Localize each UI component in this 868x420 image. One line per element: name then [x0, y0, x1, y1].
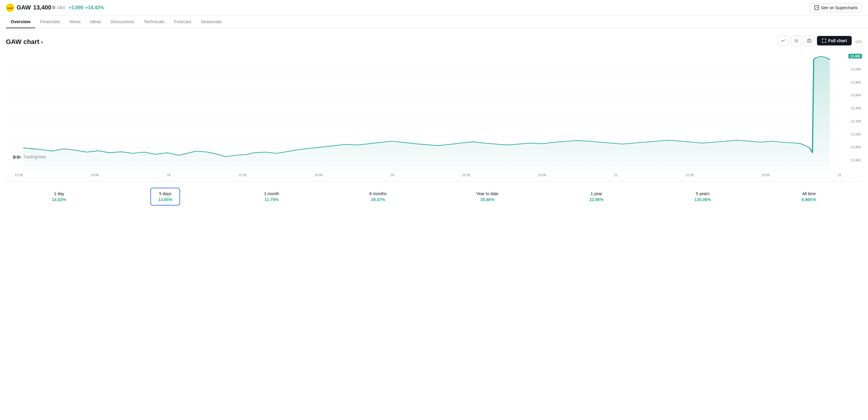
ticker-price: 13,400: [33, 4, 51, 11]
x-label-1230-2: 12:30: [462, 173, 470, 177]
x-label-21: 21: [614, 173, 618, 177]
svg-rect-6: [807, 39, 811, 43]
svg-point-7: [808, 40, 810, 42]
supercharts-icon: [814, 5, 819, 10]
header: GAW GAW 13,400 D GBX +1,690 +14.43% See …: [0, 0, 868, 16]
camera-button[interactable]: [804, 35, 815, 46]
ticker-currency: GBX: [57, 5, 65, 10]
tv-name-text: TradingView: [23, 155, 46, 159]
x-label-1230-3: 12:30: [686, 173, 694, 177]
chart-svg: [6, 53, 841, 172]
ticker-change-pct: +14.43%: [85, 5, 104, 10]
period-5years[interactable]: 5 years 135.06%: [688, 188, 718, 205]
indicator-icon: [794, 38, 799, 44]
expand-icon: [822, 38, 827, 43]
period-ytd[interactable]: Year to date 35.46%: [470, 188, 505, 205]
period-1day-change: 14.52%: [52, 197, 66, 202]
svg-text:GAW: GAW: [7, 7, 13, 9]
period-alltime-label: All time: [802, 191, 816, 196]
line-chart-button[interactable]: [778, 35, 788, 46]
period-5days-label: 5 days: [159, 191, 172, 196]
period-6months-change: 39.47%: [371, 197, 385, 202]
x-label-1500-4: 15:00: [762, 173, 770, 177]
x-label-20: 20: [391, 173, 394, 177]
period-6months-label: 6 months: [370, 191, 387, 196]
tv-logo-text: ▶▶: [13, 153, 21, 160]
ticker-symbol: GAW: [17, 4, 31, 11]
nav-tabs: Overview Financials News Ideas Discussio…: [0, 16, 868, 28]
full-chart-button[interactable]: Full chart: [817, 36, 852, 46]
period-ytd-label: Year to date: [476, 191, 498, 196]
chart-title-arrow[interactable]: ›: [41, 39, 43, 45]
y-label-12800: 12,800: [841, 81, 862, 84]
period-1day-label: 1 day: [54, 191, 64, 196]
period-6months[interactable]: 6 months 39.47%: [363, 188, 393, 205]
indicator-button[interactable]: [791, 35, 802, 46]
y-axis: 13,400 13,200 13,000 12,800 12,600 12,40…: [841, 53, 862, 163]
tab-news[interactable]: News: [65, 16, 86, 28]
tab-overview[interactable]: Overview: [6, 16, 35, 28]
chart-header: GAW chart ›: [6, 35, 862, 49]
tradingview-watermark: ▶▶ TradingView: [13, 153, 46, 160]
ticker-change: +1,690: [69, 5, 83, 10]
tab-discussions[interactable]: Discussions: [105, 16, 139, 28]
chart-title: GAW chart ›: [6, 38, 43, 46]
supercharts-button[interactable]: See on Supercharts: [810, 3, 862, 12]
period-1day[interactable]: 1 day 14.52%: [44, 188, 74, 205]
y-label-13000: 13,000: [841, 67, 862, 71]
period-ytd-change: 35.46%: [480, 197, 494, 202]
y-label-11600: 11,600: [841, 158, 862, 162]
period-alltime[interactable]: All time 6.96K%: [794, 188, 824, 205]
period-1year[interactable]: 1 year 22.95%: [582, 188, 611, 205]
y-label-12400: 12,400: [841, 106, 862, 110]
x-label-1230-1: 12:30: [239, 173, 247, 177]
line-chart-icon: [780, 38, 786, 44]
period-1month-label: 1 month: [264, 191, 279, 196]
currency-badge: D: [52, 6, 56, 9]
tab-technicals[interactable]: Technicals: [139, 16, 169, 28]
embed-icon[interactable]: </>: [855, 39, 862, 45]
period-5years-label: 5 years: [696, 191, 710, 196]
tab-forecast[interactable]: Forecast: [169, 16, 196, 28]
tab-financials[interactable]: Financials: [35, 16, 65, 28]
period-buttons: 1 day 14.52% 5 days 13.65% 1 month 11.75…: [6, 181, 862, 208]
chart-section: GAW chart ›: [6, 35, 862, 208]
period-alltime-change: 6.96K%: [802, 197, 816, 202]
period-1month[interactable]: 1 month 11.75%: [257, 188, 286, 205]
y-label-11800: 11,800: [841, 145, 862, 149]
period-5days-change: 13.65%: [158, 197, 173, 202]
period-1year-change: 22.95%: [589, 197, 603, 202]
period-1year-label: 1 year: [591, 191, 602, 196]
x-label-1500-1: 15:00: [91, 173, 99, 177]
chart-toolbar: Full chart: [778, 35, 852, 46]
camera-icon: [807, 38, 812, 44]
period-5days[interactable]: 5 days 13.65%: [150, 188, 180, 205]
main-content: GAW chart ›: [0, 28, 868, 215]
y-label-12200: 12,200: [841, 119, 862, 123]
tab-ideas[interactable]: Ideas: [86, 16, 106, 28]
x-label-22: 22: [838, 173, 841, 177]
y-label-12000: 12,000: [841, 133, 862, 136]
tab-seasonals[interactable]: Seasonals: [196, 16, 226, 28]
period-1month-change: 11.75%: [265, 197, 279, 202]
x-label-1200: 12:00: [15, 173, 23, 177]
x-axis: 12:00 15:00 19 12:30 15:00 20 12:30 15:0…: [6, 172, 841, 177]
current-price-badge: 13,400: [848, 54, 862, 58]
x-label-1500-2: 15:00: [314, 173, 323, 177]
ticker-logo: GAW: [6, 4, 14, 12]
x-label-19: 19: [167, 173, 170, 177]
period-5years-change: 135.06%: [694, 197, 711, 202]
chart-container: 13,400 13,200 13,000 12,800 12,600 12,40…: [6, 53, 862, 172]
x-label-1500-3: 15:00: [538, 173, 547, 177]
y-label-12600: 12,600: [841, 93, 862, 97]
